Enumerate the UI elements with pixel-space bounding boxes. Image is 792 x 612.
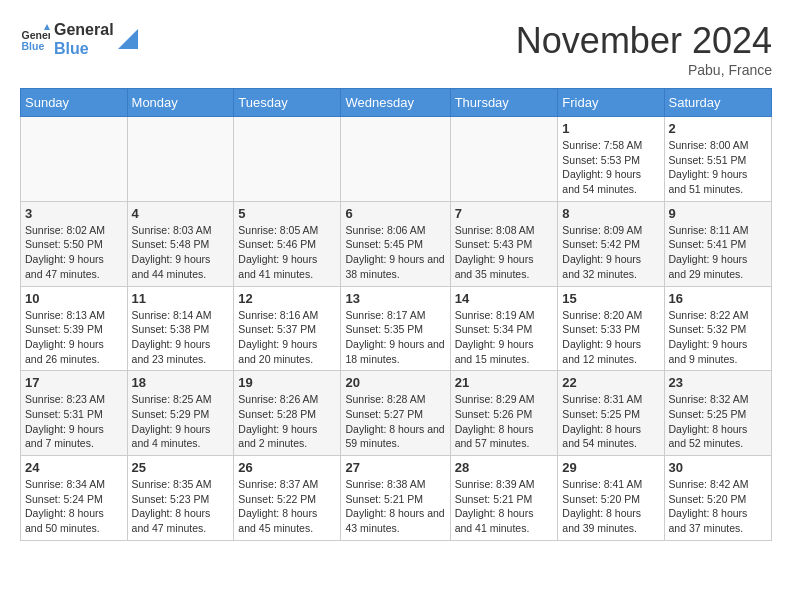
calendar-cell: 5Sunrise: 8:05 AM Sunset: 5:46 PM Daylig… xyxy=(234,201,341,286)
title-block: November 2024 Pabu, France xyxy=(516,20,772,78)
calendar-cell: 6Sunrise: 8:06 AM Sunset: 5:45 PM Daylig… xyxy=(341,201,450,286)
calendar-cell: 29Sunrise: 8:41 AM Sunset: 5:20 PM Dayli… xyxy=(558,456,664,541)
day-number: 4 xyxy=(132,206,230,221)
day-number: 9 xyxy=(669,206,767,221)
day-info: Sunrise: 8:00 AM Sunset: 5:51 PM Dayligh… xyxy=(669,138,767,197)
day-number: 15 xyxy=(562,291,659,306)
day-number: 3 xyxy=(25,206,123,221)
day-info: Sunrise: 8:16 AM Sunset: 5:37 PM Dayligh… xyxy=(238,308,336,367)
calendar-cell: 20Sunrise: 8:28 AM Sunset: 5:27 PM Dayli… xyxy=(341,371,450,456)
logo-icon: General Blue xyxy=(20,24,50,54)
day-info: Sunrise: 8:09 AM Sunset: 5:42 PM Dayligh… xyxy=(562,223,659,282)
calendar-cell xyxy=(21,117,128,202)
day-info: Sunrise: 8:20 AM Sunset: 5:33 PM Dayligh… xyxy=(562,308,659,367)
day-number: 29 xyxy=(562,460,659,475)
calendar-cell: 28Sunrise: 8:39 AM Sunset: 5:21 PM Dayli… xyxy=(450,456,558,541)
day-number: 12 xyxy=(238,291,336,306)
day-info: Sunrise: 8:06 AM Sunset: 5:45 PM Dayligh… xyxy=(345,223,445,282)
svg-text:Blue: Blue xyxy=(22,40,45,52)
svg-marker-2 xyxy=(44,24,50,30)
logo-blue: Blue xyxy=(54,39,114,58)
day-number: 23 xyxy=(669,375,767,390)
day-number: 5 xyxy=(238,206,336,221)
day-number: 8 xyxy=(562,206,659,221)
month-title: November 2024 xyxy=(516,20,772,62)
day-info: Sunrise: 8:35 AM Sunset: 5:23 PM Dayligh… xyxy=(132,477,230,536)
day-info: Sunrise: 8:17 AM Sunset: 5:35 PM Dayligh… xyxy=(345,308,445,367)
day-number: 30 xyxy=(669,460,767,475)
calendar-cell: 2Sunrise: 8:00 AM Sunset: 5:51 PM Daylig… xyxy=(664,117,771,202)
day-number: 18 xyxy=(132,375,230,390)
logo: General Blue General Blue xyxy=(20,20,138,58)
day-header-sunday: Sunday xyxy=(21,89,128,117)
calendar-cell: 26Sunrise: 8:37 AM Sunset: 5:22 PM Dayli… xyxy=(234,456,341,541)
day-header-tuesday: Tuesday xyxy=(234,89,341,117)
day-header-thursday: Thursday xyxy=(450,89,558,117)
calendar-week-row: 1Sunrise: 7:58 AM Sunset: 5:53 PM Daylig… xyxy=(21,117,772,202)
calendar-cell: 7Sunrise: 8:08 AM Sunset: 5:43 PM Daylig… xyxy=(450,201,558,286)
calendar-cell: 1Sunrise: 7:58 AM Sunset: 5:53 PM Daylig… xyxy=(558,117,664,202)
day-info: Sunrise: 8:05 AM Sunset: 5:46 PM Dayligh… xyxy=(238,223,336,282)
day-info: Sunrise: 8:26 AM Sunset: 5:28 PM Dayligh… xyxy=(238,392,336,451)
day-info: Sunrise: 8:28 AM Sunset: 5:27 PM Dayligh… xyxy=(345,392,445,451)
calendar-cell: 24Sunrise: 8:34 AM Sunset: 5:24 PM Dayli… xyxy=(21,456,128,541)
day-number: 25 xyxy=(132,460,230,475)
calendar-cell: 10Sunrise: 8:13 AM Sunset: 5:39 PM Dayli… xyxy=(21,286,128,371)
calendar-cell: 11Sunrise: 8:14 AM Sunset: 5:38 PM Dayli… xyxy=(127,286,234,371)
day-info: Sunrise: 8:23 AM Sunset: 5:31 PM Dayligh… xyxy=(25,392,123,451)
calendar-header-row: SundayMondayTuesdayWednesdayThursdayFrid… xyxy=(21,89,772,117)
day-number: 10 xyxy=(25,291,123,306)
day-number: 7 xyxy=(455,206,554,221)
day-info: Sunrise: 8:29 AM Sunset: 5:26 PM Dayligh… xyxy=(455,392,554,451)
day-info: Sunrise: 8:31 AM Sunset: 5:25 PM Dayligh… xyxy=(562,392,659,451)
calendar-cell: 8Sunrise: 8:09 AM Sunset: 5:42 PM Daylig… xyxy=(558,201,664,286)
day-info: Sunrise: 8:39 AM Sunset: 5:21 PM Dayligh… xyxy=(455,477,554,536)
day-info: Sunrise: 8:38 AM Sunset: 5:21 PM Dayligh… xyxy=(345,477,445,536)
calendar-cell: 27Sunrise: 8:38 AM Sunset: 5:21 PM Dayli… xyxy=(341,456,450,541)
location: Pabu, France xyxy=(516,62,772,78)
calendar-week-row: 17Sunrise: 8:23 AM Sunset: 5:31 PM Dayli… xyxy=(21,371,772,456)
svg-marker-3 xyxy=(118,29,138,49)
calendar-cell: 3Sunrise: 8:02 AM Sunset: 5:50 PM Daylig… xyxy=(21,201,128,286)
calendar-cell xyxy=(341,117,450,202)
day-info: Sunrise: 8:02 AM Sunset: 5:50 PM Dayligh… xyxy=(25,223,123,282)
day-number: 14 xyxy=(455,291,554,306)
day-header-wednesday: Wednesday xyxy=(341,89,450,117)
day-number: 22 xyxy=(562,375,659,390)
day-info: Sunrise: 8:14 AM Sunset: 5:38 PM Dayligh… xyxy=(132,308,230,367)
calendar-cell: 19Sunrise: 8:26 AM Sunset: 5:28 PM Dayli… xyxy=(234,371,341,456)
calendar-cell: 21Sunrise: 8:29 AM Sunset: 5:26 PM Dayli… xyxy=(450,371,558,456)
day-info: Sunrise: 8:08 AM Sunset: 5:43 PM Dayligh… xyxy=(455,223,554,282)
day-info: Sunrise: 8:11 AM Sunset: 5:41 PM Dayligh… xyxy=(669,223,767,282)
calendar-cell: 14Sunrise: 8:19 AM Sunset: 5:34 PM Dayli… xyxy=(450,286,558,371)
day-info: Sunrise: 8:22 AM Sunset: 5:32 PM Dayligh… xyxy=(669,308,767,367)
calendar-cell: 17Sunrise: 8:23 AM Sunset: 5:31 PM Dayli… xyxy=(21,371,128,456)
calendar-cell: 30Sunrise: 8:42 AM Sunset: 5:20 PM Dayli… xyxy=(664,456,771,541)
day-info: Sunrise: 8:32 AM Sunset: 5:25 PM Dayligh… xyxy=(669,392,767,451)
day-number: 11 xyxy=(132,291,230,306)
calendar-cell xyxy=(234,117,341,202)
day-info: Sunrise: 8:37 AM Sunset: 5:22 PM Dayligh… xyxy=(238,477,336,536)
logo-triangle-icon xyxy=(118,29,138,49)
calendar-cell: 9Sunrise: 8:11 AM Sunset: 5:41 PM Daylig… xyxy=(664,201,771,286)
calendar-cell: 12Sunrise: 8:16 AM Sunset: 5:37 PM Dayli… xyxy=(234,286,341,371)
calendar-cell: 15Sunrise: 8:20 AM Sunset: 5:33 PM Dayli… xyxy=(558,286,664,371)
calendar-table: SundayMondayTuesdayWednesdayThursdayFrid… xyxy=(20,88,772,541)
calendar-cell: 13Sunrise: 8:17 AM Sunset: 5:35 PM Dayli… xyxy=(341,286,450,371)
day-number: 1 xyxy=(562,121,659,136)
day-info: Sunrise: 8:34 AM Sunset: 5:24 PM Dayligh… xyxy=(25,477,123,536)
calendar-cell xyxy=(450,117,558,202)
calendar-week-row: 3Sunrise: 8:02 AM Sunset: 5:50 PM Daylig… xyxy=(21,201,772,286)
calendar-week-row: 24Sunrise: 8:34 AM Sunset: 5:24 PM Dayli… xyxy=(21,456,772,541)
day-number: 27 xyxy=(345,460,445,475)
day-number: 26 xyxy=(238,460,336,475)
calendar-cell: 18Sunrise: 8:25 AM Sunset: 5:29 PM Dayli… xyxy=(127,371,234,456)
header: General Blue General Blue November 2024 … xyxy=(20,20,772,78)
day-number: 16 xyxy=(669,291,767,306)
day-number: 13 xyxy=(345,291,445,306)
calendar-cell: 23Sunrise: 8:32 AM Sunset: 5:25 PM Dayli… xyxy=(664,371,771,456)
calendar-cell: 4Sunrise: 8:03 AM Sunset: 5:48 PM Daylig… xyxy=(127,201,234,286)
day-number: 6 xyxy=(345,206,445,221)
day-number: 20 xyxy=(345,375,445,390)
day-info: Sunrise: 8:13 AM Sunset: 5:39 PM Dayligh… xyxy=(25,308,123,367)
